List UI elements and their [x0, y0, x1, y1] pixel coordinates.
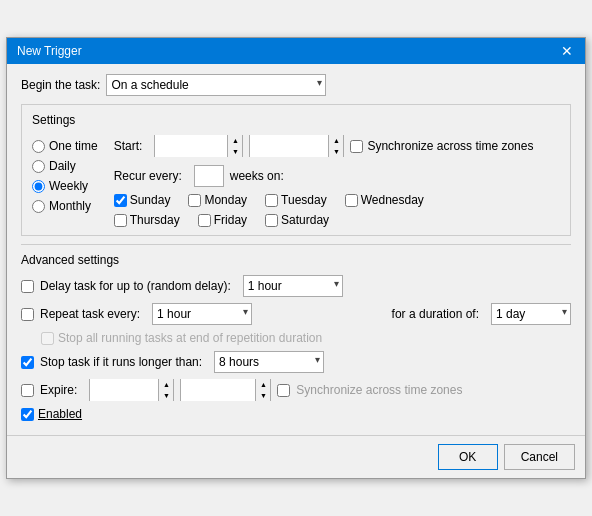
settings-group: Settings One time Daily Weekly — [21, 104, 571, 236]
day-friday[interactable]: Friday — [198, 213, 253, 227]
radio-daily-input[interactable] — [32, 160, 45, 173]
dialog-footer: OK Cancel — [7, 435, 585, 478]
day-wednesday[interactable]: Wednesday — [345, 193, 430, 207]
delay-select-wrapper: 1 hour 30 minutes 1 day — [243, 275, 343, 297]
sync-check-row: Synchronize across time zones — [350, 139, 539, 153]
enabled-label: Enabled — [38, 407, 82, 421]
expire-time-spinner: ▲ ▼ — [255, 379, 270, 401]
expire-time-input[interactable]: 1:39:39 PM — [181, 379, 255, 401]
stop-running-row: Stop all running tasks at end of repetit… — [21, 331, 571, 345]
day-sunday-checkbox[interactable] — [114, 194, 127, 207]
settings-label: Settings — [32, 113, 560, 127]
new-trigger-dialog: New Trigger ✕ Begin the task: On a sched… — [6, 37, 586, 479]
settings-inner: One time Daily Weekly Monthly — [32, 135, 560, 227]
expire-row: Expire: 2/11/2020 ▲ ▼ 1:39:39 PM ▲ ▼ — [21, 379, 571, 401]
expire-checkbox[interactable] — [21, 384, 34, 397]
radio-daily[interactable]: Daily — [32, 159, 104, 173]
expire-date-down[interactable]: ▼ — [159, 390, 173, 401]
stop-running-checkbox[interactable] — [41, 332, 54, 345]
settings-main-content: Start: 2/11/2019 ▲ ▼ 1:00:00 AM ▲ — [114, 135, 560, 227]
day-monday-checkbox[interactable] — [188, 194, 201, 207]
radio-monthly-input[interactable] — [32, 200, 45, 213]
radio-weekly-label: Weekly — [49, 179, 88, 193]
recur-row: Recur every: 1 weeks on: — [114, 165, 560, 187]
day-thursday-checkbox[interactable] — [114, 214, 127, 227]
expire-date-up[interactable]: ▲ — [159, 379, 173, 390]
radio-daily-label: Daily — [49, 159, 76, 173]
expire-date-input[interactable]: 2/11/2020 — [90, 379, 158, 401]
radio-weekly[interactable]: Weekly — [32, 179, 104, 193]
sync-checkbox[interactable] — [350, 140, 363, 153]
stop-task-select-wrapper: 8 hours 1 hour 2 hours 4 hours — [214, 351, 324, 373]
delay-row: Delay task for up to (random delay): 1 h… — [21, 275, 571, 297]
begin-task-select[interactable]: On a schedule At log on At startup — [106, 74, 326, 96]
stop-task-checkbox[interactable] — [21, 356, 34, 369]
repeat-checkbox[interactable] — [21, 308, 34, 321]
repeat-select[interactable]: 1 hour 30 minutes 5 minutes — [152, 303, 252, 325]
duration-select[interactable]: 1 day Indefinitely 30 minutes — [491, 303, 571, 325]
recur-label: Recur every: — [114, 169, 182, 183]
delay-select[interactable]: 1 hour 30 minutes 1 day — [243, 275, 343, 297]
radio-onetime[interactable]: One time — [32, 139, 104, 153]
day-monday[interactable]: Monday — [188, 193, 253, 207]
dialog-body: Begin the task: On a schedule At log on … — [7, 64, 585, 435]
start-time-input[interactable]: 1:00:00 AM — [250, 135, 328, 157]
delay-checkbox[interactable] — [21, 280, 34, 293]
start-date-input[interactable]: 2/11/2019 — [155, 135, 227, 157]
day-friday-label: Friday — [214, 213, 247, 227]
start-label: Start: — [114, 139, 143, 153]
stop-task-label: Stop task if it runs longer than: — [40, 355, 202, 369]
days-row-2: Thursday Friday Saturday — [114, 213, 560, 227]
start-time-up[interactable]: ▲ — [329, 135, 343, 146]
expire-date-wrap: 2/11/2020 ▲ ▼ — [89, 379, 174, 401]
expire-sync-checkbox[interactable] — [277, 384, 290, 397]
advanced-settings-section: Advanced settings Delay task for up to (… — [21, 244, 571, 421]
enabled-checkbox[interactable] — [21, 408, 34, 421]
start-time-down[interactable]: ▼ — [329, 146, 343, 157]
advanced-title: Advanced settings — [21, 253, 571, 267]
expire-time-wrap: 1:39:39 PM ▲ ▼ — [180, 379, 271, 401]
radio-weekly-input[interactable] — [32, 180, 45, 193]
enabled-row: Enabled — [21, 407, 571, 421]
schedule-type-col: One time Daily Weekly Monthly — [32, 135, 104, 227]
start-time-wrap: 1:00:00 AM ▲ ▼ — [249, 135, 344, 157]
radio-monthly[interactable]: Monthly — [32, 199, 104, 213]
day-tuesday[interactable]: Tuesday — [265, 193, 333, 207]
expire-date-spinner: ▲ ▼ — [158, 379, 173, 401]
begin-task-label: Begin the task: — [21, 78, 100, 92]
stop-task-select[interactable]: 8 hours 1 hour 2 hours 4 hours — [214, 351, 324, 373]
day-sunday[interactable]: Sunday — [114, 193, 177, 207]
start-time-spinner: ▲ ▼ — [328, 135, 343, 157]
day-wednesday-checkbox[interactable] — [345, 194, 358, 207]
stop-running-label: Stop all running tasks at end of repetit… — [58, 331, 322, 345]
day-thursday[interactable]: Thursday — [114, 213, 186, 227]
day-saturday[interactable]: Saturday — [265, 213, 335, 227]
start-date-up[interactable]: ▲ — [228, 135, 242, 146]
stop-task-row: Stop task if it runs longer than: 8 hour… — [21, 351, 571, 373]
expire-time-up[interactable]: ▲ — [256, 379, 270, 390]
ok-button[interactable]: OK — [438, 444, 498, 470]
day-saturday-checkbox[interactable] — [265, 214, 278, 227]
expire-sync-label: Synchronize across time zones — [296, 383, 462, 397]
radio-onetime-input[interactable] — [32, 140, 45, 153]
radio-monthly-label: Monthly — [49, 199, 91, 213]
day-tuesday-checkbox[interactable] — [265, 194, 278, 207]
radio-onetime-label: One time — [49, 139, 98, 153]
day-friday-checkbox[interactable] — [198, 214, 211, 227]
close-button[interactable]: ✕ — [559, 44, 575, 58]
day-thursday-label: Thursday — [130, 213, 180, 227]
day-wednesday-label: Wednesday — [361, 193, 424, 207]
sync-label: Synchronize across time zones — [367, 139, 533, 153]
start-date-down[interactable]: ▼ — [228, 146, 242, 157]
repeat-select-wrapper: 1 hour 30 minutes 5 minutes — [152, 303, 252, 325]
dialog-title: New Trigger — [17, 44, 82, 58]
day-saturday-label: Saturday — [281, 213, 329, 227]
start-row: Start: 2/11/2019 ▲ ▼ 1:00:00 AM ▲ — [114, 135, 560, 157]
begin-task-select-wrapper: On a schedule At log on At startup — [106, 74, 326, 96]
expire-time-down[interactable]: ▼ — [256, 390, 270, 401]
cancel-button[interactable]: Cancel — [504, 444, 575, 470]
expire-label: Expire: — [40, 383, 77, 397]
duration-label: for a duration of: — [392, 307, 479, 321]
days-row-1: Sunday Monday Tuesday Wednesday — [114, 193, 560, 207]
recur-value-input[interactable]: 1 — [194, 165, 224, 187]
